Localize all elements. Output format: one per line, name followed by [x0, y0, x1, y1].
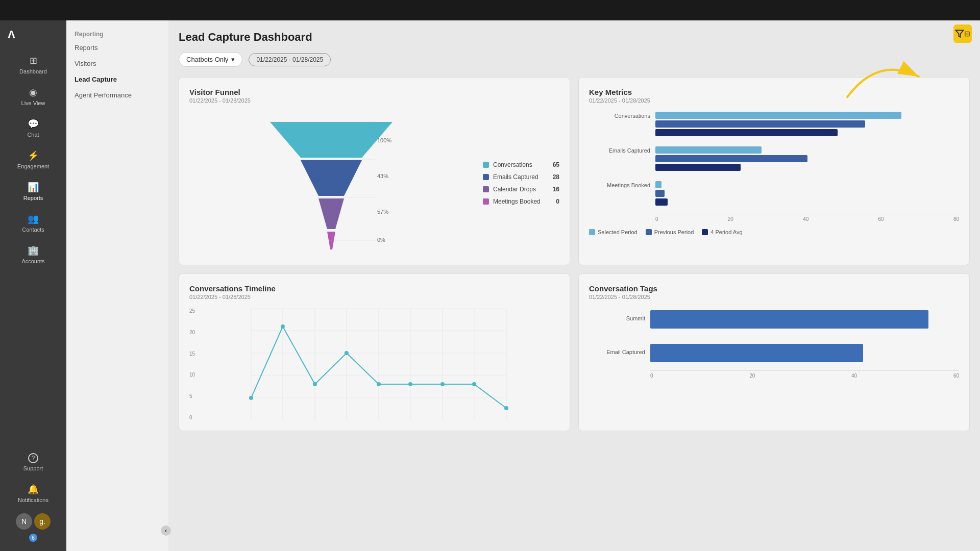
chat-icon: 💬 — [28, 118, 39, 130]
legend-dot-meetings — [483, 198, 489, 205]
timeline-svg — [198, 308, 559, 420]
date-range-button[interactable]: 01/22/2025 - 01/28/2025 — [249, 53, 331, 66]
axis-0: 0 — [655, 216, 658, 222]
sidebar-item-chat[interactable]: 💬 Chat — [0, 112, 66, 144]
user-area: N g. 6 — [0, 509, 66, 546]
bar-meetings-selected — [655, 181, 662, 188]
menu-item-visitors[interactable]: Visitors — [66, 56, 168, 71]
conversation-tags-card: Conversation Tags 01/22/2025 - 01/28/202… — [578, 273, 970, 431]
sidebar-item-engagement[interactable]: ⚡ Engagement — [0, 144, 66, 176]
key-metrics-date: 01/22/2025 - 01/28/2025 — [589, 97, 959, 104]
dot-2 — [313, 382, 317, 386]
bar-emails-selected — [655, 146, 762, 154]
tag-bar-summit — [650, 310, 928, 329]
legend-count-conversations: 65 — [553, 161, 559, 168]
bar-label-meetings: Meetings Booked — [589, 182, 650, 188]
menu-item-agent-performance[interactable]: Agent Performance — [66, 87, 168, 103]
funnel-svg-area: 100% 43% 57% 0% — [189, 112, 473, 255]
bar-row-emails: Emails Captured — [655, 146, 959, 171]
legend-label-calendar: Calendar Drops — [493, 186, 536, 193]
sidebar-item-notifications[interactable]: 🔔 Notifications — [0, 478, 66, 509]
bar-meetings-previous — [655, 190, 665, 197]
tag-bar-email-captured — [650, 344, 863, 362]
legend-meetings: Meetings Booked 0 — [483, 198, 559, 205]
tags-axis-40: 40 — [851, 373, 857, 379]
sidebar-item-contacts[interactable]: 👥 Contacts — [0, 207, 66, 239]
sidebar-label-support: Support — [23, 465, 43, 471]
legend-selected-period: Selected Period — [589, 229, 638, 235]
reports-icon: 📊 — [28, 182, 39, 193]
y-0: 0 — [189, 415, 195, 420]
funnel-container: 100% 43% 57% 0% Conversations — [189, 112, 559, 255]
bar-group-emails — [655, 146, 959, 171]
sidebar-label-chat: Chat — [27, 132, 39, 138]
reporting-section-title: Reporting — [66, 26, 168, 40]
sidebar-label-live-view: Live View — [21, 100, 45, 106]
sidebar-item-support[interactable]: ? Support — [0, 447, 66, 478]
tags-date: 01/22/2025 - 01/28/2025 — [589, 294, 959, 300]
key-metrics-legend: Selected Period Previous Period 4 Period… — [589, 229, 959, 235]
bar-conversations-selected — [655, 112, 901, 119]
legend-label-previous: Previous Period — [654, 229, 694, 235]
avatar-g: g. — [34, 513, 51, 530]
sidebar-item-live-view[interactable]: ◉ Live View — [0, 81, 66, 112]
menu-item-lead-capture[interactable]: Lead Capture — [66, 71, 168, 87]
top-bar — [0, 0, 980, 20]
timeline-title: Conversations Timeline — [189, 284, 559, 293]
y-20: 20 — [189, 330, 195, 335]
visitor-funnel-title: Visitor Funnel — [189, 88, 559, 96]
filter-btn-label: Chatbots Only — [186, 56, 228, 63]
y-5: 5 — [189, 393, 195, 399]
sidebar-left: Λ ⊞ Dashboard ◉ Live View 💬 Chat ⚡ Engag… — [0, 0, 66, 551]
pct-57: 57% — [377, 209, 388, 215]
funnel-layer-meetings — [327, 232, 335, 249]
contacts-icon: 👥 — [28, 213, 39, 224]
sidebar-item-dashboard[interactable]: ⊞ Dashboard — [0, 49, 66, 81]
notification-badge: 6 — [29, 534, 37, 542]
dot-1 — [281, 324, 285, 329]
collapse-sidebar-button[interactable]: ‹ — [161, 525, 171, 536]
tag-row-email-captured: Email Captured — [650, 344, 959, 362]
conversations-timeline-card: Conversations Timeline 01/22/2025 - 01/2… — [179, 273, 570, 431]
menu-item-reports[interactable]: Reports — [66, 40, 168, 56]
bar-label-emails: Emails Captured — [589, 147, 650, 154]
sidebar-label-reports: Reports — [23, 195, 43, 201]
axis-80: 80 — [953, 216, 959, 222]
timeline-y-axis: 25 20 15 10 5 0 — [189, 308, 198, 420]
tags-title: Conversation Tags — [589, 284, 959, 293]
live-view-icon: ◉ — [29, 87, 37, 98]
sidebar-bottom: ? Support 🔔 Notifications N g. 6 — [0, 442, 66, 551]
sidebar-item-reports[interactable]: 📊 Reports — [0, 176, 66, 207]
chevron-down-icon: ▾ — [231, 56, 235, 63]
dot-6 — [440, 382, 445, 386]
filter-icon-button[interactable] — [953, 24, 972, 43]
sidebar-label-engagement: Engagement — [17, 163, 49, 169]
bar-label-conversations: Conversations — [589, 113, 650, 119]
accounts-icon: 🏢 — [28, 245, 39, 256]
legend-dot-previous — [646, 229, 652, 235]
dot-0 — [249, 396, 253, 400]
sidebar-second: Reporting Reports Visitors Lead Capture … — [66, 20, 168, 551]
legend-label-emails: Emails Captured — [493, 173, 538, 181]
tag-label-summit: Summit — [589, 315, 645, 321]
legend-label-conversations: Conversations — [493, 161, 532, 168]
bar-group-meetings — [655, 181, 959, 206]
filter-bar: Chatbots Only ▾ 01/22/2025 - 01/28/2025 — [179, 52, 970, 67]
visitor-funnel-date: 01/22/2025 - 01/28/2025 — [189, 97, 559, 104]
sidebar-label-contacts: Contacts — [22, 227, 44, 233]
support-icon: ? — [28, 453, 38, 463]
legend-dot-avg — [702, 229, 708, 235]
dashboard-icon: ⊞ — [30, 55, 37, 66]
tags-axis: 0 20 40 60 — [650, 370, 959, 379]
dashboard-grid: Visitor Funnel 01/22/2025 - 01/28/2025 — [179, 77, 970, 431]
funnel-layer-calendar — [318, 198, 344, 229]
legend-4-period-avg: 4 Period Avg — [702, 229, 742, 235]
chatbots-filter-button[interactable]: Chatbots Only ▾ — [179, 52, 242, 67]
bar-meetings-avg — [655, 198, 668, 206]
avatar: N — [16, 513, 32, 530]
legend-count-meetings: 0 — [556, 198, 559, 205]
bar-group-conversations — [655, 112, 959, 136]
sidebar-item-accounts[interactable]: 🏢 Accounts — [0, 239, 66, 270]
timeline-chart-container: 25 20 15 10 5 0 — [189, 308, 559, 420]
legend-emails: Emails Captured 28 — [483, 173, 559, 181]
